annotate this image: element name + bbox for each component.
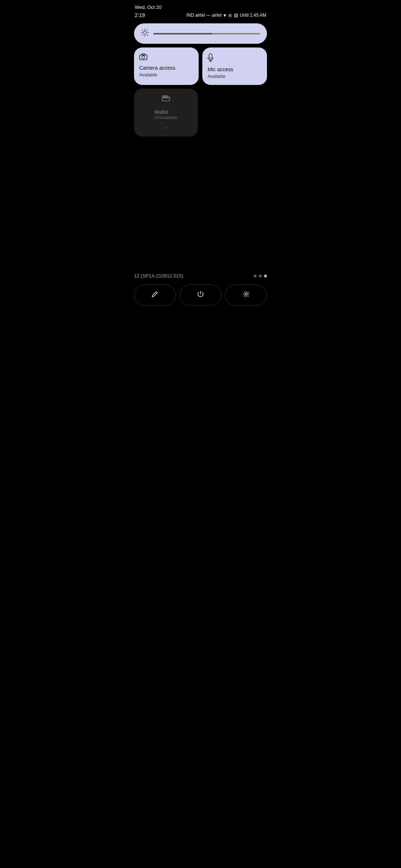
wifi-icon: ▾ (224, 12, 226, 18)
page-dot-1 (254, 274, 257, 277)
battery-label: Until 1:45 AM (240, 13, 266, 18)
camera-access-title: Camera access (139, 65, 193, 71)
svg-line-6 (147, 35, 148, 36)
brightness-slider-fill (153, 33, 212, 34)
bottom-actions (128, 282, 273, 313)
brightness-slider-track[interactable] (153, 33, 260, 34)
access-tiles-row: Camera access Available Mic access Avail… (134, 47, 267, 85)
status-time: 2:19 (135, 12, 145, 18)
page-dot-2 (259, 274, 262, 277)
wallet-text: Wallet Unavailable (154, 109, 178, 120)
build-number: 12 (SP1A.210812.015) (134, 273, 183, 279)
mic-access-title: Mic access (208, 66, 262, 72)
settings-button[interactable] (225, 285, 267, 306)
brightness-icon (141, 29, 149, 39)
brightness-control[interactable] (134, 23, 267, 44)
power-button[interactable] (180, 285, 222, 306)
carrier-label: IND airtel — airtel (186, 13, 222, 18)
svg-rect-12 (209, 54, 212, 59)
svg-line-8 (147, 30, 148, 30)
edit-button[interactable] (134, 285, 176, 306)
spacer (128, 140, 273, 196)
wallet-icon (162, 95, 170, 103)
wallet-tile[interactable]: Wallet Unavailable › (134, 89, 198, 137)
status-bar: Wed, Oct 20 2:19 IND airtel — airtel ▾ ▣… (128, 0, 273, 20)
edit-icon (151, 291, 158, 299)
status-row: 2:19 IND airtel — airtel ▾ ▣ ▨ Until 1:4… (135, 12, 266, 18)
svg-rect-16 (163, 96, 167, 97)
bottom-section: 12 (SP1A.210812.015) (128, 270, 273, 313)
mic-access-tile[interactable]: Mic access Available (202, 47, 267, 85)
mic-icon (208, 53, 262, 63)
camera-icon (139, 53, 193, 62)
wallet-arrow-icon: › (165, 125, 167, 131)
camera-access-tile[interactable]: Camera access Available (134, 47, 199, 85)
page-dot-3 (264, 274, 267, 277)
battery-icon: ▨ (234, 13, 238, 18)
wallet-subtitle: Unavailable (154, 115, 178, 120)
power-icon (197, 291, 204, 299)
svg-point-0 (143, 31, 146, 34)
status-right-info: IND airtel — airtel ▾ ▣ ▨ Until 1:45 AM (186, 12, 266, 18)
svg-point-10 (142, 56, 145, 59)
status-date: Wed, Oct 20 (135, 4, 266, 10)
signal-icon: ▣ (228, 13, 232, 18)
quick-settings-panel: Camera access Available Mic access Avail… (128, 20, 273, 140)
camera-access-subtitle: Available (139, 72, 193, 78)
wallet-title: Wallet (154, 109, 178, 115)
svg-line-7 (142, 35, 143, 36)
svg-point-17 (245, 293, 247, 295)
mic-access-subtitle: Available (208, 74, 262, 79)
pagination-dots (254, 274, 267, 277)
settings-icon (243, 291, 250, 299)
main-screen: Wed, Oct 20 2:19 IND airtel — airtel ▾ ▣… (128, 0, 273, 313)
build-info-row: 12 (SP1A.210812.015) (128, 270, 273, 282)
svg-rect-11 (142, 54, 145, 55)
svg-line-5 (142, 30, 143, 30)
